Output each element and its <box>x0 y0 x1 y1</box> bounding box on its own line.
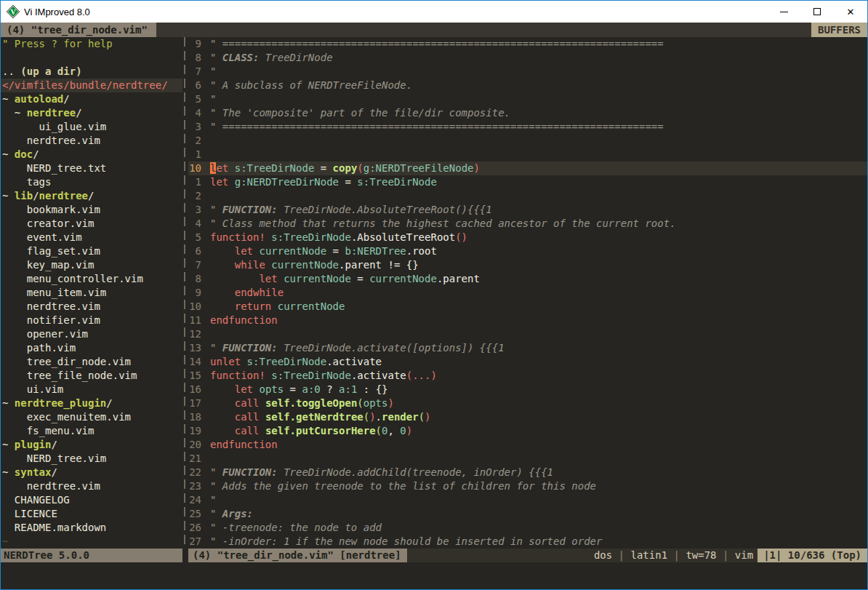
vim-window: V Vi IMproved 8.0 ✕ (4) "tree_dir_node.v… <box>0 0 868 590</box>
tree-item[interactable]: NERD_tree.txt <box>1 162 182 175</box>
maximize-button[interactable] <box>800 1 834 23</box>
tree-item[interactable]: ~ syntax/ <box>1 466 182 479</box>
tree-item[interactable]: event.vim <box>1 231 182 244</box>
window-title: Vi IMproved 8.0 <box>24 7 767 17</box>
tree-item[interactable]: </vimfiles/bundle/nerdtree/ <box>1 79 182 92</box>
line-number: 2 <box>188 134 210 148</box>
filetype: vim <box>735 549 753 561</box>
window-split-separator[interactable] <box>182 37 188 549</box>
line-number: 6 <box>188 244 210 258</box>
code-line[interactable]: 26" -treenode: the node to add <box>188 521 867 535</box>
tree-item[interactable]: tree_dir_node.vim <box>1 355 182 369</box>
line-number: 6 <box>188 79 210 92</box>
tree-item[interactable]: ~ autoload/ <box>1 92 182 106</box>
tree-item[interactable]: README.markdown <box>1 521 182 535</box>
line-number: 13 <box>188 341 210 355</box>
tree-item[interactable]: nerdtree.vim <box>1 479 182 493</box>
line-number: 20 <box>188 438 210 452</box>
buffers-label[interactable]: BUFFERS <box>811 23 867 37</box>
file-format: dos <box>594 549 612 561</box>
code-line[interactable]: 8" CLASS: TreeDirNode <box>188 51 867 65</box>
code-line[interactable]: 23" Adds the given treenode to the list … <box>188 479 867 493</box>
tab-tree-dir-node[interactable]: (4) "tree_dir_node.vim" <box>1 23 156 37</box>
code-line[interactable]: 1let g:NERDTreeDirNode = s:TreeDirNode <box>188 175 867 189</box>
code-line[interactable]: 6" A subclass of NERDTreeFileNode. <box>188 79 867 92</box>
code-line[interactable]: 17 call self.toggleOpen(opts) <box>188 396 867 410</box>
tree-item[interactable]: ~ nerdtree/ <box>1 106 182 120</box>
code-line[interactable]: 11endfunction <box>188 314 867 327</box>
code-line[interactable]: 20endfunction <box>188 438 867 452</box>
code-line[interactable]: 21 <box>188 452 867 466</box>
titlebar[interactable]: V Vi IMproved 8.0 ✕ <box>1 1 867 23</box>
code-line-current[interactable]: 10let s:TreeDirNode = copy(g:NERDTreeFil… <box>188 162 867 175</box>
code-line[interactable]: 13" FUNCTION: TreeDirNode.activate([opti… <box>188 341 867 355</box>
editor-panel[interactable]: 9" =====================================… <box>188 37 867 549</box>
tree-item[interactable] <box>1 51 182 65</box>
tree-item[interactable]: " Press ? for help <box>1 37 182 51</box>
code-line[interactable]: 7 while currentNode.parent != {} <box>188 258 867 272</box>
tree-item[interactable]: NERD_tree.vim <box>1 452 182 466</box>
code-line[interactable]: 9" =====================================… <box>188 37 867 51</box>
minimize-button[interactable] <box>767 1 800 23</box>
tree-item[interactable]: ui.vim <box>1 383 182 396</box>
code-line[interactable]: 14unlet s:TreeDirNode.activate <box>188 355 867 369</box>
tree-item[interactable]: ~ <box>1 535 182 549</box>
code-line[interactable]: 5" <box>188 92 867 106</box>
line-number: 10 <box>188 300 210 314</box>
tree-item[interactable]: path.vim <box>1 341 182 355</box>
vim-logo-icon: V <box>7 5 20 18</box>
code-line[interactable]: 2 <box>188 189 867 203</box>
tree-item[interactable]: ui_glue.vim <box>1 120 182 134</box>
code-line[interactable]: 10 return currentNode <box>188 300 867 314</box>
tabline-fill <box>156 23 811 37</box>
code-line[interactable]: 4" The 'composite' part of the file/dir … <box>188 106 867 120</box>
code-line[interactable]: 7" <box>188 65 867 79</box>
tree-item[interactable]: key_map.vim <box>1 258 182 272</box>
tree-item[interactable]: menu_item.vim <box>1 286 182 300</box>
tree-item[interactable]: ~ lib/nerdtree/ <box>1 189 182 203</box>
code-line[interactable]: 3" =====================================… <box>188 120 867 134</box>
code-line[interactable]: 16 let opts = a:0 ? a:1 : {} <box>188 383 867 396</box>
close-icon: ✕ <box>847 7 855 17</box>
tree-item[interactable]: opener.vim <box>1 327 182 341</box>
code-line[interactable]: 25" Args: <box>188 507 867 521</box>
code-line[interactable]: 27" -inOrder: 1 if the new node should b… <box>188 535 867 549</box>
code-line[interactable]: 5function! s:TreeDirNode.AbsoluteTreeRoo… <box>188 231 867 244</box>
code-line[interactable]: 4" Class method that returns the highest… <box>188 217 867 231</box>
tree-item[interactable]: flag_set.vim <box>1 244 182 258</box>
tree-item[interactable]: ~ plugin/ <box>1 438 182 452</box>
tree-item[interactable]: exec_menuitem.vim <box>1 410 182 424</box>
code-line[interactable]: 19 call self.putCursorHere(0, 0) <box>188 424 867 438</box>
command-line[interactable] <box>1 562 867 589</box>
tree-item[interactable]: fs_menu.vim <box>1 424 182 438</box>
tree-item[interactable]: notifier.vim <box>1 314 182 327</box>
tree-item[interactable]: ~ nerdtree_plugin/ <box>1 396 182 410</box>
tree-item[interactable]: tree_file_node.vim <box>1 369 182 383</box>
tree-item[interactable]: LICENCE <box>1 507 182 521</box>
line-number: 1 <box>188 148 210 162</box>
code-line[interactable]: 12 <box>188 327 867 341</box>
status-gap <box>182 549 188 562</box>
status-separator: | <box>674 549 680 561</box>
code-line[interactable]: 9 endwhile <box>188 286 867 300</box>
tree-item[interactable]: creator.vim <box>1 217 182 231</box>
tree-item[interactable]: nerdtree.vim <box>1 300 182 314</box>
tree-item[interactable]: bookmark.vim <box>1 203 182 217</box>
code-line[interactable]: 6 let currentNode = b:NERDTree.root <box>188 244 867 258</box>
code-line[interactable]: 18 call self.getNerdtree().render() <box>188 410 867 424</box>
tree-item[interactable]: menu_controller.vim <box>1 272 182 286</box>
tree-item[interactable]: tags <box>1 175 182 189</box>
code-line[interactable]: 22" FUNCTION: TreeDirNode.addChild(treen… <box>188 466 867 479</box>
code-line[interactable]: 8 let currentNode = currentNode.parent <box>188 272 867 286</box>
code-line[interactable]: 1 <box>188 148 867 162</box>
tree-item[interactable]: .. (up a dir) <box>1 65 182 79</box>
code-line[interactable]: 24" <box>188 493 867 507</box>
code-line[interactable]: 2 <box>188 134 867 148</box>
close-button[interactable]: ✕ <box>834 1 867 23</box>
nerdtree-lines: " Press ? for help.. (up a dir)</vimfile… <box>1 37 182 549</box>
tree-item[interactable]: nerdtree.vim <box>1 134 182 148</box>
tree-item[interactable]: CHANGELOG <box>1 493 182 507</box>
code-line[interactable]: 15function! s:TreeDirNode.activate(...) <box>188 369 867 383</box>
tree-item[interactable]: ~ doc/ <box>1 148 182 162</box>
code-line[interactable]: 3" FUNCTION: TreeDirNode.AbsoluteTreeRoo… <box>188 203 867 217</box>
